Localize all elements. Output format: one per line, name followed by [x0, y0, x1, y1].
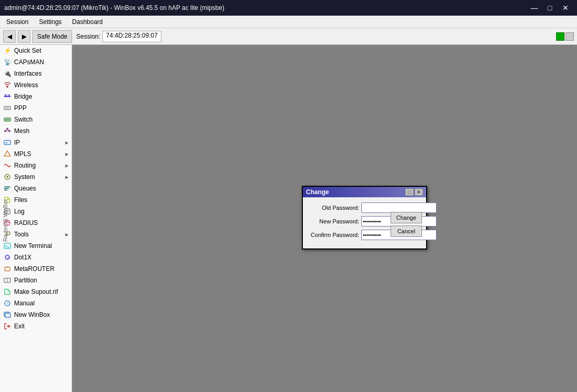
confirm-password-label: Confirm Password: [307, 232, 359, 238]
session-label: Session: [76, 33, 100, 40]
sidebar-item-manual[interactable]: ? Manual [0, 298, 72, 309]
sidebar-label-metarouter: MetaROUTER [14, 265, 54, 272]
session-value: 74:4D:28:25:09:07 [102, 31, 161, 42]
svg-rect-3 [9, 94, 10, 97]
status-lights [556, 32, 574, 41]
sidebar-item-mesh[interactable]: Mesh [0, 125, 72, 137]
sidebar-item-files[interactable]: Files [0, 194, 72, 206]
main-layout: ⚡ Quick Set 📡 CAPsMAN 🔌 Interfaces Wirel… [0, 45, 577, 392]
sidebar-label-exit: Exit [14, 323, 25, 330]
sidebar-label-ppp: PPP [14, 104, 27, 112]
menu-dashboard[interactable]: Dashboard [68, 17, 107, 27]
sidebar-label-system: System [14, 173, 35, 181]
sidebar-item-interfaces[interactable]: 🔌 Interfaces [0, 68, 72, 79]
sidebar-item-queues[interactable]: Queues [0, 183, 72, 194]
sidebar-item-bridge[interactable]: Bridge [0, 91, 72, 102]
sidebar-item-ip[interactable]: IP IP [0, 137, 72, 148]
cancel-button[interactable]: Cancel [391, 225, 422, 237]
sidebar-label-dot1x: Dot1X [14, 254, 31, 261]
dialog-close-button[interactable]: ✕ [415, 188, 423, 196]
sidebar-item-newterminal[interactable]: New Terminal [0, 240, 72, 252]
sidebar-item-log[interactable]: Log [0, 206, 72, 217]
sidebar-label-tools: Tools [14, 231, 29, 238]
sidebar-item-mpls[interactable]: MPLS [0, 148, 72, 160]
safe-mode-button[interactable]: Safe Mode [32, 30, 72, 43]
sidebar-item-exit[interactable]: Exit [0, 320, 72, 332]
sidebar-label-supout: Make Supout.rif [14, 288, 58, 295]
sidebar-label-mesh: Mesh [14, 127, 29, 135]
dialog-action-buttons: Change Cancel [391, 212, 422, 237]
new-password-row: New Password: [307, 216, 384, 227]
sidebar-label-wireless: Wireless [14, 81, 38, 89]
dialog-restore-button[interactable]: □ [405, 188, 414, 196]
sidebar-label-routing: Routing [14, 162, 36, 169]
sidebar-label-manual: Manual [14, 300, 34, 307]
sidebar-item-system[interactable]: System [0, 171, 72, 183]
sidebar-item-tools[interactable]: Tools [0, 229, 72, 240]
minimize-button[interactable]: — [527, 2, 541, 14]
sidebar-label-ip: IP [14, 139, 20, 146]
toolbar: ◀ ▶ Safe Mode Session: 74:4D:28:25:09:07 [0, 28, 577, 45]
sidebar-label-mpls: MPLS [14, 150, 31, 158]
sidebar-item-quickset[interactable]: ⚡ Quick Set [0, 45, 72, 56]
routeros-winbox-label: RouterOS WinBox [0, 45, 8, 392]
title-bar: admin@74:4D:28:25:09:07 (MikroTik) - Win… [0, 0, 577, 16]
status-light2 [566, 32, 574, 41]
sidebar-label-capsman: CAPsMAN [14, 58, 44, 66]
old-password-label: Old Password: [307, 205, 359, 211]
back-button[interactable]: ◀ [3, 30, 16, 43]
sidebar-label-newwinbox: New WinBox [14, 311, 50, 318]
old-password-row: Old Password: [307, 203, 384, 213]
sidebar-label-log: Log [14, 208, 25, 215]
sidebar: ⚡ Quick Set 📡 CAPsMAN 🔌 Interfaces Wirel… [0, 45, 72, 392]
window-title: admin@74:4D:28:25:09:07 (MikroTik) - Win… [4, 4, 527, 11]
confirm-password-row: Confirm Password: [307, 230, 384, 240]
sidebar-label-switch: Switch [14, 116, 32, 123]
change-button[interactable]: Change [391, 212, 422, 223]
sidebar-label-radius: RADIUS [14, 219, 38, 227]
forward-button[interactable]: ▶ [18, 30, 30, 43]
sidebar-item-dot1x[interactable]: 1X Dot1X [0, 252, 72, 263]
dialog-title-bar: Change □ ✕ [303, 187, 426, 197]
content-area: Change □ ✕ Old Password: New Password: [72, 45, 577, 392]
sidebar-item-routing[interactable]: Routing [0, 160, 72, 171]
close-button[interactable]: ✕ [558, 2, 573, 14]
green-light [556, 32, 564, 41]
window-controls: — □ ✕ [527, 2, 573, 14]
sidebar-label-newterminal: New Terminal [14, 242, 52, 250]
sidebar-label-interfaces: Interfaces [14, 70, 42, 77]
sidebar-label-files: Files [14, 196, 27, 204]
sidebar-item-switch[interactable]: Switch [0, 114, 72, 125]
sidebar-item-radius[interactable]: RADIUS [0, 217, 72, 229]
maximize-button[interactable]: □ [543, 2, 557, 14]
sidebar-label-queues: Queues [14, 185, 36, 192]
menu-session[interactable]: Session [2, 17, 33, 27]
sidebar-item-ppp[interactable]: PPP [0, 102, 72, 114]
sidebar-item-metarouter[interactable]: MetaROUTER [0, 263, 72, 275]
dialog-title-controls: □ ✕ [405, 188, 423, 196]
menu-settings[interactable]: Settings [35, 17, 66, 27]
dialog-body: Old Password: New Password: Confirm Pass… [303, 197, 426, 248]
sidebar-item-capsman[interactable]: 📡 CAPsMAN [0, 56, 72, 68]
change-password-dialog: Change □ ✕ Old Password: New Password: [302, 186, 427, 250]
dialog-title: Change [306, 188, 329, 196]
menu-bar: Session Settings Dashboard [0, 16, 577, 28]
sidebar-item-supout[interactable]: Make Supout.rif [0, 286, 72, 298]
sidebar-label-bridge: Bridge [14, 93, 32, 100]
sidebar-item-newwinbox[interactable]: New WinBox [0, 309, 72, 320]
new-password-label: New Password: [307, 218, 359, 224]
sidebar-item-wireless[interactable]: Wireless [0, 79, 72, 91]
old-password-input[interactable] [361, 203, 437, 213]
sidebar-item-partition[interactable]: Partition [0, 275, 72, 286]
sidebar-label-partition: Partition [14, 277, 37, 284]
sidebar-label-quickset: Quick Set [14, 47, 41, 54]
